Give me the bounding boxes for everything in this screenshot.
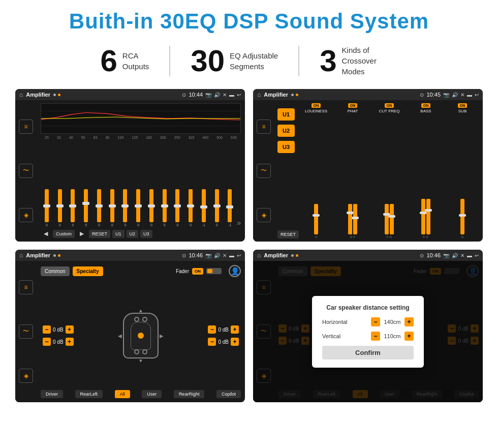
home-icon-s4[interactable]: ⌂: [257, 252, 261, 259]
wave-icon-s3[interactable]: 〜: [19, 324, 33, 339]
fr-minus-button[interactable]: −: [208, 325, 216, 334]
back-icon-s3[interactable]: ↩: [237, 253, 241, 258]
loudness-slider[interactable]: [314, 115, 318, 234]
reset-cross-button[interactable]: RESET: [277, 230, 299, 238]
eq-slider-12[interactable]: 0: [184, 189, 197, 227]
more-icon[interactable]: »: [237, 219, 241, 227]
vol-icon-s2: 🔊: [452, 92, 458, 98]
home-icon-s2[interactable]: ⌂: [257, 91, 261, 98]
vol-icon-s3: 🔊: [214, 253, 220, 258]
rl-plus-button[interactable]: +: [66, 338, 74, 346]
common-tab-button[interactable]: Common: [41, 266, 70, 276]
cross-channels: ON LOUDNESS 0: [299, 103, 480, 238]
fl-minus-button[interactable]: −: [43, 325, 51, 334]
rear-speakers: [134, 349, 147, 354]
person-icon-s3[interactable]: 👤: [229, 265, 241, 277]
stat-crossover-desc: Kinds of Crossover Modes: [342, 45, 398, 77]
phat-slider[interactable]: [348, 115, 357, 234]
ch-phat-header: ON PHAT: [335, 103, 370, 115]
specialty-tab-button[interactable]: Specialty: [73, 266, 103, 276]
mode-button[interactable]: Custom: [53, 230, 75, 238]
confirm-button[interactable]: Confirm: [322, 346, 414, 360]
rearleft-button[interactable]: RearLeft: [75, 390, 103, 398]
eq-slider-10[interactable]: 0: [159, 189, 171, 227]
u2-cross-button[interactable]: U2: [277, 125, 295, 137]
u1-cross-button[interactable]: U1: [277, 108, 295, 121]
screen1-topbar: ⌂ Amplifier ⊙ 10:44 📷 🔊 ✕ ▬ ↩: [15, 89, 245, 100]
rearright-button[interactable]: RearRight: [174, 390, 205, 398]
cam-icon-s2: 📷: [443, 92, 449, 98]
dot1: [53, 94, 56, 96]
eq-slider-15[interactable]: -1: [224, 189, 236, 227]
screen2-time: 10:45: [426, 92, 441, 98]
reset-button[interactable]: RESET: [89, 230, 110, 238]
dialog-title: Car speaker distance setting: [322, 304, 414, 311]
eq-slider-3[interactable]: 0: [67, 189, 79, 227]
eq-slider-9[interactable]: 0: [145, 189, 158, 227]
speaker-icon[interactable]: ◈: [19, 208, 33, 222]
screen2-topbar: ⌂ Amplifier ⊙ 10:45 📷 🔊 ✕ ▬ ↩: [253, 89, 483, 100]
rr-plus-button[interactable]: +: [231, 338, 239, 346]
eq-slider-11[interactable]: 0: [172, 189, 184, 227]
sub-slider[interactable]: [460, 115, 464, 234]
back-icon[interactable]: ↩: [237, 92, 241, 98]
back-icon-s4[interactable]: ↩: [475, 253, 479, 258]
screen3-time: 10:46: [189, 252, 203, 258]
eq-icon-s2[interactable]: ≡: [257, 120, 271, 134]
rr-minus-button[interactable]: −: [208, 338, 216, 346]
eq-slider-8[interactable]: 0: [132, 189, 144, 227]
u3-button[interactable]: U3: [140, 230, 152, 238]
horizontal-plus-button[interactable]: +: [404, 317, 414, 326]
rect-icon: ▬: [229, 92, 234, 98]
vertical-minus-button[interactable]: −: [371, 332, 380, 341]
on-badge-sub: ON: [458, 103, 468, 108]
x-icon-s2: ✕: [460, 92, 464, 98]
eq-slider-6[interactable]: 0: [106, 189, 118, 227]
vertical-plus-button[interactable]: +: [404, 332, 414, 341]
eq-icon-s3[interactable]: ≡: [19, 280, 33, 294]
speaker-icon-s3[interactable]: ◈: [19, 369, 33, 383]
cutfreq-slider[interactable]: [385, 115, 394, 234]
ch-sub-label: SUB: [458, 109, 466, 113]
vertical-value: 110cm: [382, 333, 402, 339]
fr-plus-button[interactable]: +: [231, 325, 239, 334]
fader-slider[interactable]: [206, 268, 222, 274]
bass-slider[interactable]: [421, 115, 430, 234]
wave-icon-s2[interactable]: 〜: [257, 164, 271, 178]
loudness-vals: 0: [315, 235, 317, 238]
copilot-button[interactable]: Copilot: [216, 390, 241, 398]
dialog-vertical-label: Vertical: [322, 333, 340, 339]
horizontal-minus-button[interactable]: −: [371, 317, 380, 326]
home-icon-s3[interactable]: ⌂: [19, 252, 23, 259]
fader-on-toggle[interactable]: ON: [192, 268, 203, 275]
eq-slider-4[interactable]: 5: [80, 189, 92, 227]
stat-crossover: 3 Kinds of Crossover Modes: [299, 45, 418, 77]
eq-slider-7[interactable]: 0: [119, 189, 132, 227]
user-button[interactable]: User: [142, 390, 162, 398]
screen2-status-dots: [291, 94, 298, 96]
u3-cross-button[interactable]: U3: [277, 141, 295, 153]
speaker-icon-s2[interactable]: ◈: [257, 208, 271, 222]
eq-slider-1[interactable]: 0: [41, 189, 53, 227]
screen2-topbar-left: ⌂ Amplifier: [257, 91, 298, 98]
eq-slider-14[interactable]: 0: [211, 189, 223, 227]
driver-button[interactable]: Driver: [41, 390, 63, 398]
eq-slider-2[interactable]: 0: [54, 189, 66, 227]
fr-speaker: [142, 317, 147, 322]
left-col: − 0 dB + − 0 dB +: [43, 325, 74, 346]
eq-icon[interactable]: ≡: [19, 120, 33, 134]
back-icon-s2[interactable]: ↩: [475, 92, 479, 98]
wave-icon[interactable]: 〜: [19, 164, 33, 178]
ch-cutfreq: ON CUT FREQ FG: [372, 103, 407, 238]
rl-minus-button[interactable]: −: [43, 338, 51, 346]
home-icon[interactable]: ⌂: [19, 91, 23, 98]
all-button[interactable]: All: [115, 390, 130, 398]
u2-button[interactable]: U2: [127, 230, 139, 238]
prev-button[interactable]: ◀: [41, 229, 51, 238]
rl-db-control: − 0 dB +: [43, 338, 74, 346]
eq-slider-13[interactable]: -1: [198, 189, 210, 227]
u1-button[interactable]: U1: [112, 230, 124, 238]
next-button[interactable]: ▶: [77, 229, 87, 238]
eq-slider-5[interactable]: 0: [93, 189, 105, 227]
fl-plus-button[interactable]: +: [66, 325, 74, 334]
